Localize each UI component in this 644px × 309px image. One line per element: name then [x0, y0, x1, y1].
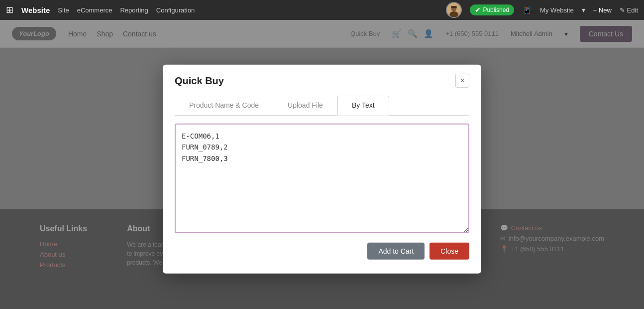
- my-website-link[interactable]: My Website: [540, 6, 574, 14]
- modal-tabs: Product Name & Code Upload File By Text: [175, 96, 469, 115]
- tab-by-text[interactable]: By Text: [337, 96, 389, 116]
- admin-nav-configuration[interactable]: Configuration: [156, 6, 195, 14]
- grid-icon[interactable]: ⊞: [6, 4, 13, 15]
- modal-title: Quick Buy: [175, 75, 224, 86]
- modal-footer: Add to Cart Close: [163, 235, 481, 260]
- tab-product-name-code[interactable]: Product Name & Code: [175, 96, 273, 115]
- mobile-icon[interactable]: 📱: [522, 5, 532, 15]
- close-button[interactable]: Close: [429, 243, 469, 260]
- modal-header: Quick Buy ×: [163, 65, 481, 88]
- brand-label[interactable]: Website: [21, 6, 50, 14]
- tab-upload-file[interactable]: Upload File: [273, 96, 337, 115]
- check-icon: ✔: [475, 6, 481, 14]
- admin-nav-ecommerce[interactable]: eCommerce: [77, 6, 112, 14]
- avatar[interactable]: [446, 2, 462, 18]
- published-badge[interactable]: ✔ Published: [470, 4, 514, 15]
- edit-button[interactable]: ✎ Edit: [620, 6, 638, 14]
- text-input-area[interactable]: E-COM06,1 FURN_0789,2 FURN_7800,3: [175, 124, 469, 233]
- add-to-cart-button[interactable]: Add to Cart: [367, 243, 425, 260]
- modal-body: E-COM06,1 FURN_0789,2 FURN_7800,3: [163, 116, 481, 235]
- published-label: Published: [483, 6, 509, 13]
- modal-close-button[interactable]: ×: [455, 74, 469, 88]
- admin-nav-reporting[interactable]: Reporting: [120, 6, 148, 14]
- svg-rect-4: [451, 6, 457, 8]
- quick-buy-modal: Quick Buy × Product Name & Code Upload F…: [163, 65, 481, 274]
- admin-nav-site[interactable]: Site: [58, 6, 69, 14]
- admin-bar: ⊞ Website Site eCommerce Reporting Confi…: [0, 0, 644, 20]
- caret-icon: ▾: [582, 6, 585, 14]
- new-button[interactable]: + New: [593, 6, 612, 14]
